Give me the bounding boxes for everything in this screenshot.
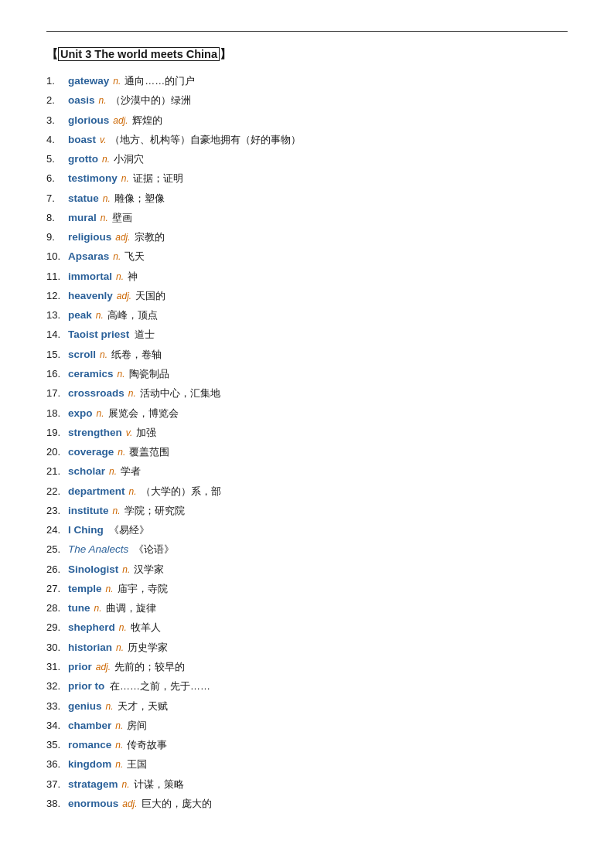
item-word: historian — [68, 639, 112, 656]
item-word: crossroads — [68, 385, 125, 402]
top-border — [46, 31, 568, 32]
item-word: grotto — [68, 151, 98, 168]
item-word: peak — [68, 307, 92, 324]
item-number: 2. — [46, 92, 68, 108]
item-pos: n. — [116, 270, 124, 285]
item-definition: 神 — [128, 268, 138, 284]
list-item: 34.chambern.房间 — [46, 717, 568, 734]
item-definition: 辉煌的 — [132, 112, 162, 128]
item-word: glorious — [68, 112, 109, 129]
item-word: romance — [68, 737, 111, 754]
list-item: 4.boastv.（地方、机构等）自豪地拥有（好的事物） — [46, 131, 568, 148]
item-pos: n. — [101, 211, 108, 226]
item-word: testimony — [68, 170, 118, 187]
item-definition: 纸卷，卷轴 — [111, 346, 162, 363]
list-item: 33.geniusn.天才，天赋 — [46, 698, 568, 715]
list-item: 38.enormousadj.巨大的，庞大的 — [46, 795, 568, 812]
item-number: 34. — [46, 717, 68, 734]
item-definition: 覆盖范围 — [129, 444, 169, 460]
item-word: religious — [68, 229, 111, 246]
item-word: institute — [68, 502, 109, 519]
item-pos: n. — [122, 563, 130, 578]
item-number: 30. — [46, 639, 68, 655]
item-definition: 王国 — [127, 756, 147, 772]
item-word: Taoist priest — [68, 326, 129, 343]
item-pos: n. — [109, 465, 117, 480]
list-item: 24.I Ching 《易经》 — [46, 522, 568, 539]
item-definition: 学者 — [121, 463, 141, 479]
list-item: 29.shepherdn.牧羊人 — [46, 619, 568, 636]
item-pos: adj. — [96, 660, 111, 676]
item-number: 31. — [46, 659, 68, 675]
item-pos: n. — [115, 757, 123, 773]
list-item: 35.romancen.传奇故事 — [46, 737, 568, 754]
item-number: 38. — [46, 795, 68, 812]
list-item: 28.tunen.曲调，旋律 — [46, 600, 568, 617]
item-number: 28. — [46, 600, 68, 616]
list-item: 19.strengthenv.加强 — [46, 424, 568, 441]
item-word: gateway — [68, 73, 109, 90]
item-definition: 通向……的门户 — [125, 73, 195, 89]
item-pos: n. — [122, 778, 130, 793]
item-definition: （沙漠中的）绿洲 — [111, 92, 191, 108]
item-word: kingdom — [68, 756, 111, 773]
item-number: 32. — [46, 678, 68, 694]
item-number: 19. — [46, 424, 68, 441]
item-word: expo — [68, 405, 93, 422]
item-word: boast — [68, 131, 96, 148]
item-definition: （大学的）系，部 — [141, 483, 221, 499]
item-definition: 巨大的，庞大的 — [142, 795, 212, 812]
list-item: 11.immortaln.神 — [46, 268, 568, 285]
item-definition: 飞天 — [125, 248, 145, 264]
list-item: 20.coveragen.覆盖范围 — [46, 444, 568, 461]
item-definition: 展览会，博览会 — [108, 405, 179, 421]
item-number: 25. — [46, 541, 68, 557]
item-definition: 传奇故事 — [127, 737, 167, 753]
list-item: 5.grotton.小洞穴 — [46, 151, 568, 168]
item-word: prior — [68, 659, 92, 676]
item-pos: n. — [118, 445, 125, 461]
item-definition: 在……之前，先于…… — [110, 678, 210, 694]
item-number: 10. — [46, 248, 68, 264]
item-word: scroll — [68, 346, 96, 363]
item-number: 22. — [46, 483, 68, 499]
item-number: 33. — [46, 698, 68, 714]
item-definition: 曲调，旋律 — [106, 600, 156, 616]
item-word: ceramics — [68, 366, 114, 383]
item-number: 36. — [46, 756, 68, 772]
list-item: 7.statuen.雕像；塑像 — [46, 190, 568, 207]
item-word: coverage — [68, 444, 114, 461]
item-definition: 道士 — [135, 326, 155, 342]
item-number: 7. — [46, 190, 68, 206]
item-word: The Analects — [68, 541, 128, 558]
list-item: 9.religiousadj.宗教的 — [46, 229, 568, 246]
item-definition: 《论语》 — [134, 541, 174, 557]
list-item: 18.expon.展览会，博览会 — [46, 405, 568, 422]
item-definition: 壁画 — [112, 209, 132, 226]
item-pos: adj. — [117, 289, 131, 305]
item-number: 26. — [46, 561, 68, 577]
item-word: Apsaras — [68, 248, 109, 265]
item-pos: n. — [106, 582, 114, 597]
item-definition: 天才，天赋 — [118, 698, 168, 714]
item-definition: 天国的 — [135, 288, 165, 304]
list-item: 10.Apsarasn.飞天 — [46, 248, 568, 265]
item-pos: n. — [113, 250, 121, 265]
list-item: 13.peakn.高峰，顶点 — [46, 307, 568, 324]
item-number: 23. — [46, 502, 68, 519]
item-word: heavenly — [68, 288, 113, 305]
list-item: 6.testimonyn.证据；证明 — [46, 170, 568, 187]
item-pos: n. — [129, 485, 137, 500]
item-number: 18. — [46, 405, 68, 421]
item-word: statue — [68, 190, 99, 207]
item-pos: n. — [94, 601, 102, 617]
item-number: 35. — [46, 737, 68, 753]
item-word: Sinologist — [68, 561, 118, 578]
list-item: 23.instituten.学院；研究院 — [46, 502, 568, 519]
item-definition: 先前的；较早的 — [114, 659, 185, 675]
item-definition: 证据；证明 — [133, 170, 183, 186]
list-item: 26.Sinologistn.汉学家 — [46, 561, 568, 578]
item-number: 1. — [46, 73, 68, 89]
item-pos: n. — [97, 407, 104, 422]
item-pos: adj. — [113, 114, 128, 129]
